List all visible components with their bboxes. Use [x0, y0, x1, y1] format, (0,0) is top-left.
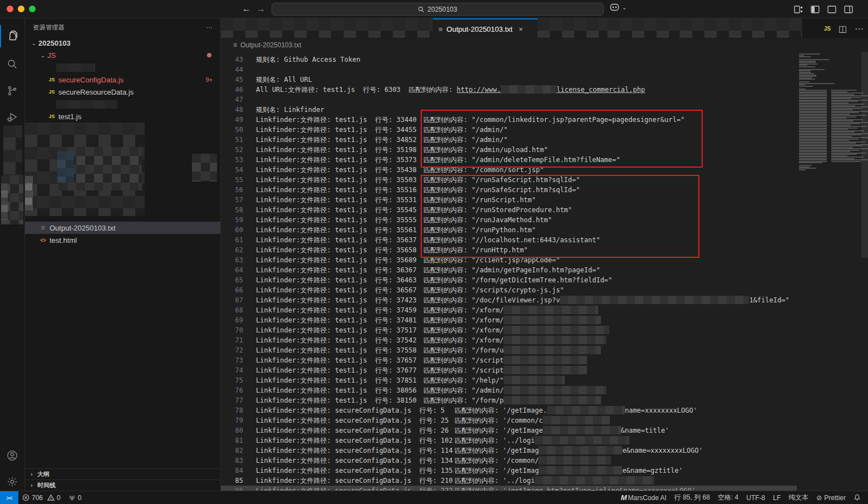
tree-folder-20250103[interactable]: ⌄20250103: [25, 37, 220, 49]
editor-line-65[interactable]: 65Linkfinder:文件路径: test1.js 行号: 36463匹配到…: [221, 275, 868, 285]
status-item-encoding[interactable]: UTF-8: [742, 491, 769, 504]
customize-layout-icon[interactable]: [793, 4, 804, 15]
explorer-more-actions-icon[interactable]: ⋯: [206, 24, 213, 31]
editor-line-64[interactable]: 64Linkfinder:文件路径: test1.js 行号: 36367匹配到…: [221, 265, 868, 275]
tree-file-test-html[interactable]: <>test.html: [25, 234, 220, 246]
editor-line-80[interactable]: 80Linkfinder:文件路径: secureConfigData.js 行…: [221, 425, 868, 436]
editor-line-54[interactable]: 54Linkfinder:文件路径: test1.js 行号: 35438匹配到…: [221, 165, 868, 175]
status-item-notifications[interactable]: [850, 491, 865, 504]
editor-line-52[interactable]: 52Linkfinder:文件路径: test1.js 行号: 35198匹配到…: [221, 145, 868, 155]
editor-line-83[interactable]: 83Linkfinder:文件路径: secureConfigData.js 行…: [221, 456, 868, 466]
vertical-scrollbar[interactable]: [861, 52, 868, 258]
redacted-tab[interactable]: [221, 18, 344, 38]
minimap[interactable]: [797, 52, 861, 491]
editor-line-56[interactable]: 56Linkfinder:文件路径: test1.js 行号: 35516匹配到…: [221, 185, 868, 195]
settings-gear-icon[interactable]: [0, 471, 24, 493]
editor-line-60[interactable]: 60Linkfinder:文件路径: test1.js 行号: 35561匹配到…: [221, 225, 868, 235]
sidebar-section-大纲[interactable]: ›大纲: [25, 468, 220, 479]
redacted-tab[interactable]: [608, 18, 680, 38]
forward-arrow-icon[interactable]: →: [255, 2, 267, 16]
editor-line-57[interactable]: 57Linkfinder:文件路径: test1.js 行号: 35531匹配到…: [221, 195, 868, 205]
editor-line-75[interactable]: 75Linkfinder:文件路径: test1.js 行号: 37851匹配到…: [221, 375, 868, 385]
redacted-tab[interactable]: [344, 18, 433, 38]
status-item-marscode[interactable]: MMarsCode AI: [617, 491, 670, 504]
editor-more-actions-icon[interactable]: ⋯: [855, 23, 864, 34]
editor-content[interactable]: 43规则名: Github Access Token4445规则名: All U…: [221, 52, 868, 491]
split-editor-icon[interactable]: ◫: [839, 23, 847, 34]
redacted-tree-item[interactable]: [25, 98, 220, 110]
editor-line-61[interactable]: 61Linkfinder:文件路径: test1.js 行号: 35637匹配到…: [221, 235, 868, 245]
editor-line-82[interactable]: 82Linkfinder:文件路径: secureConfigData.js 行…: [221, 446, 868, 456]
tree-file-secureconfigdata-js[interactable]: JSsecureConfigData.js9+: [25, 74, 220, 86]
back-arrow-icon[interactable]: ←: [240, 2, 253, 16]
toggle-secondary-sidebar-icon[interactable]: [843, 4, 854, 15]
editor-line-72[interactable]: 72Linkfinder:文件路径: test1.js 行号: 37558匹配到…: [221, 345, 868, 355]
ai-assistant-button[interactable]: ⌄: [610, 3, 627, 12]
tree-file-test1-js[interactable]: JStest1.js: [25, 110, 220, 123]
editor-line-48[interactable]: 48规则名: Linkfinder: [221, 105, 868, 115]
editor-line-74[interactable]: 74Linkfinder:文件路径: test1.js 行号: 37677匹配到…: [221, 365, 868, 375]
search-icon[interactable]: [0, 53, 24, 75]
editor-line-81[interactable]: 81Linkfinder:文件路径: secureConfigData.js 行…: [221, 436, 868, 446]
editor-line-69[interactable]: 69Linkfinder:文件路径: test1.js 行号: 37481匹配到…: [221, 315, 868, 325]
status-item-language-mode[interactable]: 纯文本: [785, 491, 812, 504]
matched-url-link[interactable]: license_commercial.php: [556, 86, 645, 94]
breadcrumb-file[interactable]: Output-20250103.txt: [240, 41, 301, 49]
matched-url-link[interactable]: http://www.: [457, 86, 501, 94]
editor-line-78[interactable]: 78Linkfinder:文件路径: secureConfigData.js 行…: [221, 405, 868, 415]
editor-line-47[interactable]: 47: [221, 95, 868, 105]
horizontal-scrollbar[interactable]: [221, 486, 797, 491]
toggle-primary-sidebar-icon[interactable]: [810, 4, 821, 15]
editor-line-62[interactable]: 62Linkfinder:文件路径: test1.js 行号: 35658匹配到…: [221, 245, 868, 255]
status-item-eol[interactable]: LF: [769, 491, 785, 504]
tree-file-secureresourcedata-js[interactable]: JSsecureResourceData.js: [25, 86, 220, 98]
redacted-tab[interactable]: [752, 18, 802, 38]
tab-output-file[interactable]: ≡ Output-20250103.txt ×: [433, 18, 537, 38]
problems-status[interactable]: 706 0: [18, 491, 65, 504]
ports-status[interactable]: 0: [65, 491, 86, 504]
close-window-button[interactable]: [7, 6, 13, 12]
editor-line-66[interactable]: 66Linkfinder:文件路径: test1.js 行号: 36567匹配到…: [221, 285, 868, 295]
editor-line-63[interactable]: 63Linkfinder:文件路径: test1.js 行号: 35689匹配到…: [221, 255, 868, 265]
source-control-icon[interactable]: [0, 80, 24, 102]
redacted-tab[interactable]: [680, 18, 752, 38]
redacted-tree-item[interactable]: [25, 61, 220, 74]
breadcrumb[interactable]: ≡ Output-20250103.txt: [221, 38, 868, 52]
editor-line-84[interactable]: 84Linkfinder:文件路径: secureConfigData.js 行…: [221, 466, 868, 476]
editor-line-51[interactable]: 51Linkfinder:文件路径: test1.js 行号: 34852匹配到…: [221, 135, 868, 145]
editor-line-85[interactable]: 85Linkfinder:文件路径: secureConfigData.js 行…: [221, 476, 868, 486]
minimize-window-button[interactable]: [18, 6, 24, 12]
editor-line-67[interactable]: 67Linkfinder:文件路径: test1.js 行号: 37423匹配到…: [221, 295, 868, 305]
editor-line-55[interactable]: 55Linkfinder:文件路径: test1.js 行号: 35503匹配到…: [221, 175, 868, 185]
command-center-search[interactable]: 20250103: [272, 3, 604, 16]
editor-line-73[interactable]: 73Linkfinder:文件路径: test1.js 行号: 37657匹配到…: [221, 355, 868, 365]
editor-line-70[interactable]: 70Linkfinder:文件路径: test1.js 行号: 37517匹配到…: [221, 325, 868, 335]
sidebar-section-时间线[interactable]: ›时间线: [25, 479, 220, 491]
editor-line-43[interactable]: 43规则名: Github Access Token: [221, 55, 868, 65]
editor-line-53[interactable]: 53Linkfinder:文件路径: test1.js 行号: 35373匹配到…: [221, 155, 868, 165]
editor-line-79[interactable]: 79Linkfinder:文件路径: secureConfigData.js 行…: [221, 415, 868, 425]
editor-line-46[interactable]: 46All URL:文件路径: test1.js 行号: 6303 匹配到的内容…: [221, 85, 868, 95]
close-tab-icon[interactable]: ×: [519, 25, 523, 33]
toggle-panel-icon[interactable]: [826, 4, 837, 15]
status-item-cursor-position[interactable]: 行 85, 列 68: [670, 491, 714, 504]
redacted-tab[interactable]: [537, 18, 608, 38]
editor-line-76[interactable]: 76Linkfinder:文件路径: test1.js 行号: 38056匹配到…: [221, 385, 868, 395]
editor-line-45[interactable]: 45规则名: All URL: [221, 75, 868, 85]
remote-indicator[interactable]: ><: [0, 491, 18, 504]
editor-line-77[interactable]: 77Linkfinder:文件路径: test1.js 行号: 38150匹配到…: [221, 395, 868, 405]
editor-line-49[interactable]: 49Linkfinder:文件路径: test1.js 行号: 33440匹配到…: [221, 115, 868, 125]
explorer-icon[interactable]: [0, 25, 24, 47]
editor-line-44[interactable]: 44: [221, 65, 868, 75]
accounts-icon[interactable]: [0, 444, 24, 467]
editor-line-71[interactable]: 71Linkfinder:文件路径: test1.js 行号: 37542匹配到…: [221, 335, 868, 345]
status-item-prettier[interactable]: ⊘Prettier: [812, 491, 850, 504]
editor-line-68[interactable]: 68Linkfinder:文件路径: test1.js 行号: 37459匹配到…: [221, 305, 868, 315]
tree-file-output-20250103-txt[interactable]: ≡Output-20250103.txt: [25, 222, 220, 234]
editor-line-59[interactable]: 59Linkfinder:文件路径: test1.js 行号: 35555匹配到…: [221, 215, 868, 225]
zoom-window-button[interactable]: [29, 6, 36, 12]
tree-folder-js[interactable]: ⌄JS: [25, 49, 220, 61]
editor-line-58[interactable]: 58Linkfinder:文件路径: test1.js 行号: 35545匹配到…: [221, 205, 868, 215]
editor-line-50[interactable]: 50Linkfinder:文件路径: test1.js 行号: 34455匹配到…: [221, 125, 868, 135]
status-item-indentation[interactable]: 空格: 4: [714, 491, 742, 504]
